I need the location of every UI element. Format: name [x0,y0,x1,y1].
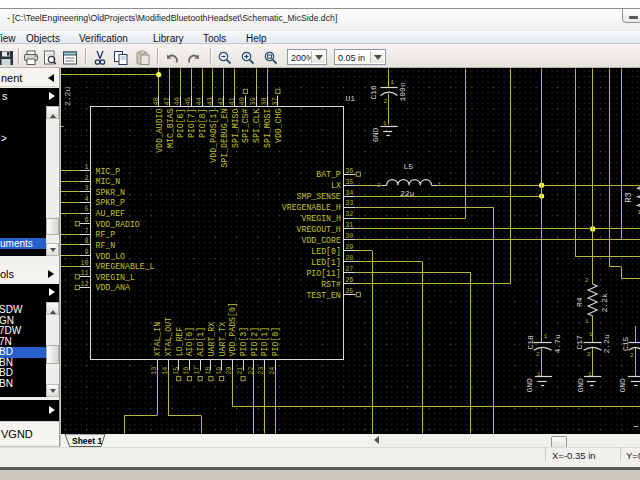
svg-text:LED[1]: LED[1] [311,258,340,267]
svg-text:6: 6 [85,216,89,224]
svg-text:44: 44 [195,97,203,105]
svg-text:VDD_PADS[1]: VDD_PADS[1] [209,109,218,163]
svg-text:12: 12 [80,280,88,288]
svg-text:PIO[0]: PIO[0] [271,327,280,356]
svg-text:2.2k: 2.2k [600,293,609,312]
svg-text:C16: C16 [369,85,378,100]
svg-text:1: 1 [85,163,89,171]
svg-text:11: 11 [80,269,88,277]
svg-text:GND: GND [525,378,534,393]
svg-text:2: 2 [377,182,381,189]
svg-text:2: 2 [630,352,634,359]
svg-text:AIO[0]: AIO[0] [185,327,194,356]
svg-text:41: 41 [228,97,236,105]
svg-text:VDD_RADIO: VDD_RADIO [96,220,140,229]
svg-text:48: 48 [152,97,160,105]
svg-text:26: 26 [345,276,353,284]
svg-text:TEST_EN: TEST_EN [306,291,340,300]
svg-text:R3: R3 [624,192,634,202]
svg-text:2.2u: 2.2u [602,334,611,353]
svg-text:GND: GND [618,378,627,393]
svg-text:U1: U1 [346,94,356,103]
svg-text:1: 1 [588,371,592,378]
svg-text:GND: GND [371,127,380,142]
svg-text:VDD_CORE: VDD_CORE [301,236,340,245]
svg-text:SPI_DEBUG_EN: SPI_DEBUG_EN [220,109,229,168]
svg-text:2: 2 [585,277,589,284]
svg-text:RST#: RST# [321,280,341,289]
svg-text:1: 1 [544,333,548,340]
svg-text:45: 45 [184,97,192,105]
svg-text:100n: 100n [398,82,407,101]
svg-text:4.7u: 4.7u [553,334,562,353]
svg-text:MIC_N: MIC_N [96,177,121,186]
svg-text:1: 1 [391,79,395,86]
svg-text:1: 1 [383,120,387,127]
svg-text:SPKR_P: SPKR_P [96,198,126,207]
svg-text:3: 3 [85,184,89,192]
svg-text:UART_TX: UART_TX [218,322,227,356]
svg-text:LO_REF: LO_REF [175,327,184,357]
svg-text:17: 17 [193,367,201,375]
svg-text:PIO[1]: PIO[1] [261,327,270,356]
svg-text:SMP_SENSE: SMP_SENSE [297,192,341,201]
svg-text:2: 2 [587,351,591,358]
svg-text:7: 7 [85,227,89,235]
svg-text:42: 42 [217,97,225,105]
svg-text:PIO[7]: PIO[7] [187,109,196,138]
svg-text:16: 16 [182,367,190,375]
svg-text:LX: LX [331,181,341,190]
svg-text:VDD_LO: VDD_LO [96,252,126,261]
svg-text:RF_N: RF_N [96,241,116,250]
svg-text:R4: R4 [575,297,584,307]
svg-text:VDD_CHG: VDD_CHG [274,109,283,143]
svg-text:33: 33 [345,199,353,207]
svg-text:PIO[11]: PIO[11] [306,269,340,278]
svg-text:31: 31 [345,221,353,229]
svg-text:C18: C18 [526,335,535,350]
svg-text:35: 35 [345,178,353,186]
svg-text:VREGENABLE_L: VREGENABLE_L [96,262,155,271]
svg-text:39: 39 [249,97,257,105]
svg-text:VDD_ANA: VDD_ANA [96,283,130,292]
svg-text:VREGOUT_H: VREGOUT_H [297,225,341,234]
svg-text:SPI_CS#: SPI_CS# [241,109,250,143]
svg-text:40: 40 [238,97,246,105]
svg-text:SPKR_N: SPKR_N [96,188,126,197]
svg-text:PIO[8]: PIO[8] [198,109,207,138]
svg-text:14: 14 [161,367,169,375]
svg-text:AU_REF: AU_REF [96,209,126,218]
svg-text:SPI_MISO: SPI_MISO [231,109,240,148]
svg-text:2: 2 [536,351,540,358]
svg-text:L5: L5 [404,162,414,171]
svg-text:25: 25 [345,287,353,295]
svg-text:47: 47 [163,97,171,105]
svg-text:GND: GND [576,378,585,393]
svg-text:C17: C17 [575,335,584,350]
svg-text:SPI_MOSI: SPI_MOSI [263,109,272,148]
svg-text:18: 18 [204,367,212,375]
svg-text:46: 46 [173,97,181,105]
svg-text:XTAL_IN: XTAL_IN [153,322,162,356]
svg-text:VREGIN_L: VREGIN_L [96,273,135,282]
svg-text:VDD_PADS[0]: VDD_PADS[0] [228,302,237,356]
svg-text:2: 2 [85,174,89,182]
svg-text:C15: C15 [621,336,630,351]
svg-text:15: 15 [172,367,180,375]
svg-text:38: 38 [260,97,268,105]
svg-text:UART_RX: UART_RX [207,322,216,356]
svg-text:37: 37 [271,97,279,105]
svg-text:5: 5 [85,205,89,213]
svg-text:MIC_P: MIC_P [96,167,121,176]
svg-text:AIO[1]: AIO[1] [196,327,205,356]
svg-text:43: 43 [206,97,214,105]
svg-text:VREGIN_H: VREGIN_H [301,214,340,223]
svg-text:RF_P: RF_P [96,230,116,239]
svg-text:36: 36 [345,167,353,175]
svg-text:30: 30 [345,232,353,240]
svg-text:8: 8 [85,237,89,245]
svg-text:1: 1 [585,318,589,325]
svg-text:10: 10 [80,259,88,267]
svg-text:PIO[6]: PIO[6] [176,109,185,138]
svg-text:4: 4 [85,195,89,203]
